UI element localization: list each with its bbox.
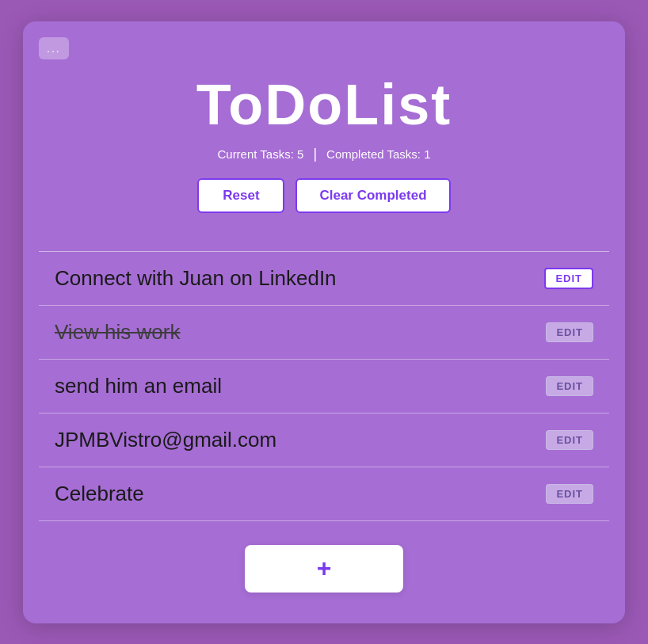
completed-tasks-stat: Completed Tasks: 1 — [326, 147, 430, 161]
edit-button[interactable]: EDIT — [546, 484, 593, 504]
add-row: + — [39, 545, 609, 593]
task-item: JPMBVistro@gmail.com EDIT — [39, 413, 609, 467]
edit-button[interactable]: EDIT — [546, 376, 593, 396]
edit-button[interactable]: EDIT — [546, 430, 593, 450]
edit-button[interactable]: EDIT — [544, 268, 593, 289]
header-area: ToDoList Current Tasks: 5 | Completed Ta… — [39, 66, 609, 251]
stats-divider: | — [313, 146, 317, 162]
task-text: send him an email — [55, 374, 546, 398]
task-text: Connect with Juan on LinkedIn — [55, 266, 544, 291]
task-text: Celebrate — [55, 482, 546, 506]
title-bar: ... — [39, 37, 609, 59]
task-item: Connect with Juan on LinkedIn EDIT — [39, 252, 609, 306]
current-tasks-stat: Current Tasks: 5 — [217, 147, 303, 161]
stats-row: Current Tasks: 5 | Completed Tasks: 1 — [39, 146, 609, 162]
add-task-button[interactable]: + — [245, 545, 403, 593]
task-item: send him an email EDIT — [39, 360, 609, 413]
task-item: Celebrate EDIT — [39, 467, 609, 521]
clear-completed-button[interactable]: Clear Completed — [295, 178, 450, 213]
reset-button[interactable]: Reset — [197, 178, 284, 213]
task-list: Connect with Juan on LinkedIn EDIT View … — [39, 251, 609, 521]
task-item: View his work EDIT — [39, 306, 609, 360]
menu-button[interactable]: ... — [39, 37, 69, 59]
task-text: JPMBVistro@gmail.com — [55, 428, 546, 452]
app-title: ToDoList — [39, 74, 609, 136]
app-window: ... ToDoList Current Tasks: 5 | Complete… — [23, 21, 625, 623]
actions-row: Reset Clear Completed — [39, 178, 609, 213]
edit-button[interactable]: EDIT — [546, 322, 593, 342]
task-text-completed: View his work — [55, 320, 546, 345]
